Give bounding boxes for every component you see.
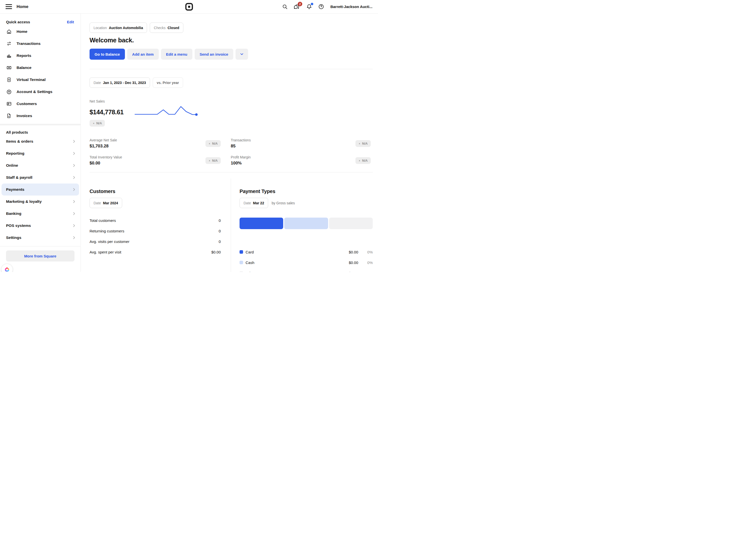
legend-row-other: Other $0.00 0%	[240, 268, 373, 272]
hamburger-menu-icon[interactable]	[6, 4, 12, 10]
location-filter-chip[interactable]: Location Auction Automobilia	[90, 23, 147, 33]
chevron-right-icon	[72, 164, 76, 168]
balance-icon	[6, 65, 12, 71]
metrics-grid: Average Net Sale $1,703.28 ▲ N/A Transac…	[90, 138, 373, 166]
main-content: Location Auction Automobilia Checks Clos…	[81, 14, 378, 272]
customers-row-avg-visits: Avg. visits per customer 0	[90, 236, 221, 247]
payment-types-title: Payment Types	[240, 189, 373, 194]
sidebar-section-divider	[0, 124, 81, 125]
sidebar-item-transactions[interactable]: Transactions	[0, 38, 81, 50]
more-from-square-button[interactable]: More from Square	[6, 251, 74, 262]
messages-badge: 2	[298, 2, 302, 6]
clickup-logo[interactable]	[2, 264, 13, 272]
notifications-bell-icon[interactable]	[305, 3, 313, 11]
metric-change-badge: ▲ N/A	[355, 140, 371, 147]
delta-up-icon: ▲	[358, 142, 361, 145]
sidebar-item-account-settings[interactable]: Account & Settings	[0, 86, 81, 98]
sidebar-item-home[interactable]: Home	[0, 26, 81, 38]
net-sales-sparkline-chart	[134, 104, 198, 117]
sidebar-item-customers[interactable]: Customers	[0, 98, 81, 110]
sidebar-item-payments[interactable]: Payments	[2, 184, 79, 196]
payment-types-legend: Card $0.00 0% Cash $0.00 0% Other $0.00	[240, 247, 373, 272]
reports-icon	[6, 53, 12, 59]
sidebar-item-pos-systems[interactable]: POS systems	[0, 220, 81, 232]
sidebar-item-banking[interactable]: Banking	[0, 208, 81, 220]
by-gross-sales-label: by Gross sales	[272, 201, 295, 205]
top-bar: Home 2	[0, 0, 378, 14]
chevron-right-icon	[72, 139, 76, 143]
edit-a-menu-button[interactable]: Edit a menu	[161, 49, 192, 60]
customers-row-total: Total customers 0	[90, 215, 221, 226]
sidebar-item-marketing-loyalty[interactable]: Marketing & loyalty	[0, 196, 81, 208]
customers-icon	[6, 101, 12, 107]
chevron-right-icon	[72, 212, 76, 216]
customers-date-chip[interactable]: Date Mar 2024	[90, 198, 122, 208]
other-swatch-icon	[240, 271, 243, 272]
chevron-right-icon	[72, 224, 76, 228]
date-range-chip[interactable]: Date Jan 1, 2023 - Dec 31, 2023	[90, 78, 150, 88]
invoices-icon: $	[6, 113, 12, 119]
virtual-terminal-icon: $	[6, 77, 12, 83]
compare-prior-year-chip[interactable]: vs. Prior year	[153, 78, 183, 88]
sidebar-item-reporting[interactable]: Reporting	[0, 147, 81, 160]
chevron-right-icon	[72, 200, 76, 204]
customers-row-avg-spent: Avg. spent per visit $0.00	[90, 247, 221, 257]
section-divider	[90, 172, 373, 173]
account-settings-icon	[6, 89, 12, 95]
metric-change-badge: ▲ N/A	[355, 157, 371, 164]
delta-up-icon: ▲	[358, 160, 361, 162]
chevron-right-icon	[72, 176, 76, 180]
account-name[interactable]: Barrett-Jackson Aucti...	[330, 5, 372, 9]
sidebar-footer-divider	[0, 246, 81, 247]
notifications-dot	[311, 3, 313, 5]
sidebar-item-staff-payroll[interactable]: Staff & payroll	[0, 172, 81, 184]
bar-segment-cash	[284, 218, 328, 229]
send-an-invoice-button[interactable]: Send an invoice	[195, 49, 233, 60]
legend-row-cash: Cash $0.00 0%	[240, 257, 373, 268]
payment-types-stacked-bar	[240, 218, 373, 229]
quick-access-edit-link[interactable]: Edit	[67, 20, 74, 24]
search-icon[interactable]	[281, 3, 289, 11]
add-an-item-button[interactable]: Add an item	[127, 49, 159, 60]
help-icon[interactable]	[317, 3, 325, 11]
chevron-down-icon	[240, 52, 244, 56]
metric-change-badge: ▲ N/A	[205, 140, 221, 147]
sidebar-item-invoices[interactable]: $ Invoices	[0, 110, 81, 122]
card-swatch-icon	[240, 250, 243, 254]
sidebar-item-reports[interactable]: Reports	[0, 50, 81, 62]
delta-up-icon: ▲	[93, 122, 95, 124]
svg-text:$: $	[9, 79, 10, 81]
metric-total-inventory-value: Total Inventory Value $0.00 ▲ N/A	[90, 155, 231, 166]
all-products-heading: All products	[6, 130, 28, 134]
checks-filter-chip[interactable]: Checks Closed	[150, 23, 183, 33]
chevron-right-icon	[72, 188, 76, 192]
customers-title: Customers	[90, 189, 221, 194]
net-sales-block: Net Sales $144,778.61 ▲ N/A	[90, 99, 373, 127]
page-title: Welcome back.	[90, 37, 373, 44]
svg-text:$: $	[8, 115, 10, 118]
customers-panel: Customers Date Mar 2024 Total customers …	[90, 179, 231, 272]
bar-segment-other	[329, 218, 373, 229]
chevron-right-icon	[72, 152, 76, 156]
sidebar-item-online[interactable]: Online	[0, 160, 81, 172]
metric-transactions: Transactions 85 ▲ N/A	[231, 138, 373, 149]
delta-up-icon: ▲	[208, 160, 211, 162]
customers-row-returning: Returning customers 0	[90, 226, 221, 236]
metric-change-badge: ▲ N/A	[205, 157, 221, 164]
messages-icon[interactable]: 2	[293, 3, 301, 11]
delta-up-icon: ▲	[208, 142, 211, 145]
go-to-balance-button[interactable]: Go to Balance	[90, 49, 125, 60]
topbar-title: Home	[17, 4, 28, 9]
net-sales-change-badge: ▲ N/A	[90, 120, 105, 127]
sidebar-item-virtual-terminal[interactable]: $ Virtual Terminal	[0, 74, 81, 86]
sidebar-item-balance[interactable]: Balance	[0, 62, 81, 74]
sidebar-item-items-orders[interactable]: Items & orders	[0, 135, 81, 147]
legend-row-card: Card $0.00 0%	[240, 247, 373, 257]
more-actions-button[interactable]	[236, 49, 248, 60]
transactions-icon	[6, 41, 12, 47]
metric-average-net-sale: Average Net Sale $1,703.28 ▲ N/A	[90, 138, 231, 149]
home-icon	[6, 29, 12, 35]
sidebar-item-settings[interactable]: Settings	[0, 232, 81, 244]
payment-types-date-chip[interactable]: Date Mar 22	[240, 198, 268, 208]
square-logo-icon[interactable]	[185, 2, 194, 11]
